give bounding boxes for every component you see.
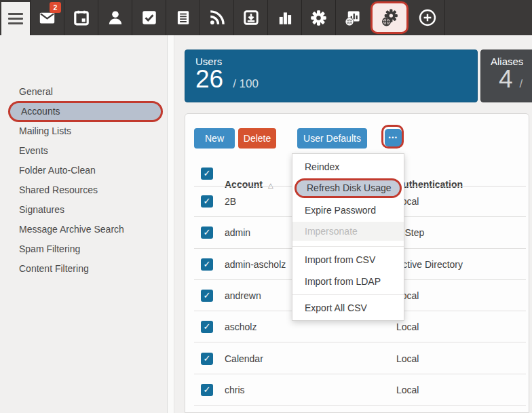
aliases-stat-card: Aliases 4 / [480, 50, 532, 102]
more-actions-menu: Reindex Refresh Disk Usage Expire Passwo… [292, 153, 404, 321]
sidebar-item-mailing-lists[interactable]: Mailing Lists [19, 121, 71, 141]
row-checkbox[interactable]: ✓ [201, 321, 213, 333]
nav-reports-button[interactable] [267, 0, 301, 35]
menu-item-reindex[interactable]: Reindex [292, 157, 404, 177]
account-name: andrewn [225, 280, 261, 311]
sidebar-item-spam-filtering[interactable]: Spam Filtering [19, 239, 80, 259]
sidebar-item-accounts[interactable]: Accounts [8, 101, 163, 122]
globe-chart-icon [343, 9, 362, 27]
nav-domain-settings-button[interactable] [370, 1, 408, 34]
nav-rss-button[interactable] [200, 0, 233, 35]
account-authentication: Local [396, 374, 419, 406]
bar-chart-icon [276, 9, 294, 26]
row-checkbox[interactable]: ✓ [201, 384, 213, 396]
users-stat-card: Users 26 / 100 [185, 50, 478, 102]
more-actions-button[interactable]: ••• [385, 129, 402, 146]
sidebar-item-content-filtering[interactable]: Content Filtering [19, 259, 89, 279]
row-checkbox[interactable]: ✓ [201, 290, 213, 302]
users-limit: / 100 [233, 77, 259, 91]
nav-new-item-button[interactable] [411, 0, 444, 35]
hamburger-icon [8, 13, 23, 24]
settings-sidebar: General Accounts Mailing Lists Events Fo… [0, 35, 167, 413]
hamburger-menu-button[interactable] [1, 2, 30, 35]
sidebar-item-signatures[interactable]: Signatures [19, 200, 64, 220]
account-authentication: Local [396, 343, 419, 374]
sidebar-item-events[interactable]: Events [19, 141, 48, 161]
download-box-icon [242, 9, 260, 26]
person-icon [107, 9, 124, 26]
top-toolbar: 2 [0, 0, 532, 35]
sidebar-item-folder-auto-clean[interactable]: Folder Auto-Clean [19, 161, 96, 180]
table-row[interactable]: ✓ chris Local [194, 374, 526, 406]
rss-icon [208, 9, 226, 26]
unread-badge: 2 [50, 2, 61, 13]
nav-settings-button[interactable] [301, 0, 335, 35]
menu-item-refresh-disk-usage[interactable]: Refresh Disk Usage [294, 178, 402, 198]
nav-file-storage-button[interactable] [233, 0, 267, 35]
calendar-icon [73, 9, 90, 26]
row-checkbox[interactable]: ✓ [201, 353, 213, 365]
sidebar-item-message-archive-search[interactable]: Message Archive Search [19, 220, 124, 239]
menu-item-import-from-ldap[interactable]: Import from LDAP [292, 271, 404, 292]
menu-item-impersonate[interactable]: Impersonate [292, 222, 404, 241]
nav-domain-reports-button[interactable] [335, 0, 369, 35]
nav-contacts-button[interactable] [98, 0, 132, 35]
nav-calendar-button[interactable] [64, 0, 98, 35]
menu-divider [292, 246, 404, 247]
row-checkbox[interactable]: ✓ [201, 258, 213, 271]
aliases-count: 4 [499, 65, 513, 94]
select-all-checkbox[interactable]: ✓ [201, 168, 213, 180]
row-checkbox[interactable]: ✓ [201, 195, 213, 208]
sidebar-item-general[interactable]: General [19, 82, 53, 102]
domain-settings-gear-globe-icon [380, 8, 399, 27]
menu-item-export-all-csv[interactable]: Export All CSV [292, 298, 404, 318]
sidebar-content-divider [167, 35, 174, 413]
user-defaults-button[interactable]: User Defaults [297, 128, 367, 149]
menu-item-import-from-csv[interactable]: Import from CSV [292, 250, 404, 270]
sidebar-item-shared-resources[interactable]: Shared Resources [19, 180, 98, 200]
new-button[interactable]: New [194, 128, 235, 149]
account-name: 2B [225, 186, 236, 217]
notes-icon [174, 9, 192, 26]
nav-tasks-button[interactable] [132, 0, 166, 35]
users-count: 26 [195, 65, 223, 94]
aliases-limit: / [520, 77, 523, 91]
checkbox-check-icon [140, 9, 158, 26]
row-checkbox[interactable]: ✓ [201, 227, 213, 239]
plus-circle-icon [418, 8, 437, 27]
account-name: Calendar [225, 343, 263, 374]
account-authentication: Active Directory [396, 249, 463, 280]
account-name: admin-ascholz [225, 249, 286, 280]
account-name: admin [225, 217, 250, 248]
menu-divider [292, 294, 404, 295]
menu-item-expire-password[interactable]: Expire Password [292, 200, 404, 220]
table-row[interactable]: ✓ Calendar Local [194, 343, 526, 374]
gear-icon [309, 9, 328, 27]
delete-button[interactable]: Delete [238, 128, 276, 149]
account-name: ascholz [225, 311, 256, 342]
account-name: chris [225, 374, 245, 406]
nav-notes-button[interactable] [166, 0, 200, 35]
toolbar-spacer [444, 0, 532, 35]
